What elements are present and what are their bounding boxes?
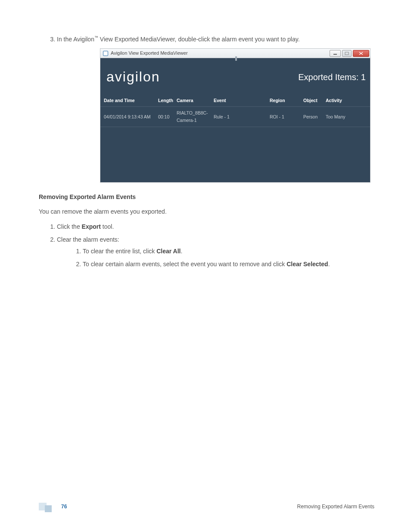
cell-activity: Too Many xyxy=(324,107,370,127)
step-3-text-b: View Exported MediaViewer, double-click … xyxy=(98,36,300,43)
window-title: Avigilon View Exported MediaViewer xyxy=(111,50,188,57)
section-heading: Removing Exported Alarm Events xyxy=(39,192,374,202)
avigilon-logo: avigilon xyxy=(106,66,160,88)
export-bold: Export xyxy=(82,223,101,230)
col-camera[interactable]: Camera xyxy=(175,94,212,107)
app-icon xyxy=(103,51,108,56)
step-3: In the Avigilon™ View Exported MediaView… xyxy=(57,34,374,183)
text-frag: Clear the alarm events: xyxy=(57,236,119,243)
page-number: 76 xyxy=(61,503,67,511)
cell-camera: RIALTO_8B8C-Camera-1 xyxy=(175,107,212,127)
cell-event: Rule - 1 xyxy=(212,107,268,127)
table-row[interactable]: 04/01/2014 9:13:43 AM 00:10 RIALTO_8B8C-… xyxy=(100,107,370,127)
minimize-icon xyxy=(333,52,337,55)
footer-title: Removing Exported Alarm Events xyxy=(297,503,374,511)
page-footer: 76 Removing Exported Alarm Events xyxy=(0,503,411,511)
minimize-button[interactable] xyxy=(330,50,341,57)
substep-clear-all: To clear the entire list, click Clear Al… xyxy=(83,246,374,256)
text-frag: . xyxy=(181,248,182,255)
footer-graphic xyxy=(39,503,57,511)
events-table: Date and Time Length Camera Event Region… xyxy=(100,94,370,127)
text-frag: To clear the entire list, click xyxy=(83,248,156,255)
section-intro: You can remove the alarm events you expo… xyxy=(39,207,374,216)
maximize-button[interactable] xyxy=(342,50,352,57)
cell-length: 00:10 xyxy=(156,107,175,127)
step-export: Click the Export tool. xyxy=(57,222,374,231)
close-icon xyxy=(358,51,364,56)
table-header-row: Date and Time Length Camera Event Region… xyxy=(100,94,370,107)
col-object[interactable]: Object xyxy=(302,94,324,107)
svg-rect-1 xyxy=(345,52,349,55)
maximize-icon xyxy=(345,52,349,55)
text-frag: To clear certain alarm events, select th… xyxy=(83,261,286,268)
step-3-text-a: In the Avigilon xyxy=(57,36,94,43)
text-frag: Click the xyxy=(57,223,82,230)
empty-area xyxy=(100,127,370,182)
step-clear: Clear the alarm events: To clear the ent… xyxy=(57,235,374,269)
clear-all-bold: Clear All xyxy=(156,248,181,255)
col-region[interactable]: Region xyxy=(268,94,302,107)
mediaviewer-window: Avigilon View Exported MediaViewer xyxy=(100,48,371,183)
close-button[interactable] xyxy=(353,50,369,57)
cell-object: Person xyxy=(302,107,324,127)
substep-clear-selected: To clear certain alarm events, select th… xyxy=(83,259,374,269)
col-event[interactable]: Event xyxy=(212,94,268,107)
col-activity[interactable]: Activity xyxy=(324,94,370,107)
col-date[interactable]: Date and Time xyxy=(100,94,156,107)
exported-items-label: Exported Items: 1 xyxy=(298,70,366,84)
cell-region: ROI - 1 xyxy=(268,107,302,127)
text-frag: tool. xyxy=(101,223,114,230)
top-tick-mark xyxy=(235,56,237,61)
clear-selected-bold: Clear Selected xyxy=(286,261,328,268)
cell-date: 04/01/2014 9:13:43 AM xyxy=(100,107,156,127)
trademark-symbol: ™ xyxy=(94,35,98,40)
text-frag: . xyxy=(328,261,330,268)
col-length[interactable]: Length xyxy=(156,94,175,107)
